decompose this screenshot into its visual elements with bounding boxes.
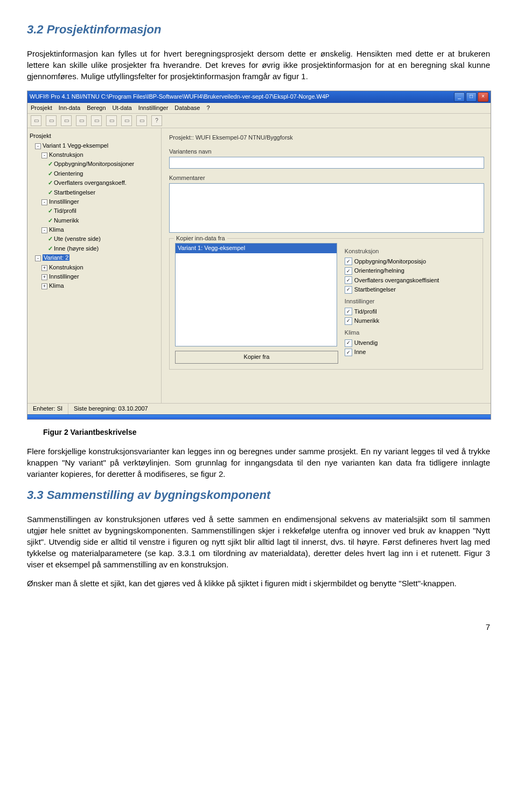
opt-overflater: Overflaters overgangskoeffisient [354,276,439,284]
toolbar-btn-5[interactable]: ▭ [91,115,102,126]
opt-utvendig: Utvendig [354,339,378,347]
toolbar: ▭ ▭ ▭ ▭ ▭ ▭ ▭ ▭ ? [27,114,491,128]
tree-orientering[interactable]: ✓Orientering [30,169,159,178]
section-3-3-paragraph-2: Ønsker man å slette et sjikt, kan det gj… [27,578,490,589]
form-panel: Prosjekt:: WUFI Eksempel-07 NTNU/Byggfor… [162,128,491,403]
cat-konstruksjon-label: Konstruksjon [345,247,477,255]
opt-startbetingelser: Startbetingelser [354,286,396,294]
tree-klima-1[interactable]: -Klima [30,225,159,234]
opt-numerikk: Numerikk [354,317,379,325]
tree-overflater[interactable]: ✓Overflaters overgangskoeff. [30,178,159,188]
status-bar: Enheter: SI Siste beregning: 03.10.2007 [27,403,491,414]
toolbar-btn-8[interactable]: ▭ [136,115,147,126]
tree-ute[interactable]: ✓Ute (venstre side) [30,234,159,244]
toolbar-btn-9[interactable]: ? [151,115,162,126]
project-tree[interactable]: Prosjekt -Variant 1 Vegg-eksempel -Konst… [27,128,162,403]
tree-tid-profil[interactable]: ✓Tid/profil [30,206,159,216]
variant-name-input[interactable] [169,157,484,169]
wufi-app-window: WUFI® Pro 4.1 NBI/NTNU C:\Program Files\… [27,91,491,420]
project-label: Prosjekt:: WUFI Eksempel-07 NTNU/Byggfor… [169,134,483,142]
variant-name-label: Variantens navn [169,148,483,156]
tree-startbetingelser[interactable]: ✓Startbetingelser [30,188,159,197]
chk-utvendig[interactable]: ✓ [345,339,352,347]
kopier-legend: Kopier inn-data fra [174,234,227,242]
opt-tid-profil: Tid/profil [354,308,377,316]
window-titlebar: WUFI® Pro 4.1 NBI/NTNU C:\Program Files\… [27,91,491,103]
menu-database[interactable]: Database [174,104,200,112]
chk-startbetingelser[interactable]: ✓ [345,286,352,294]
toolbar-btn-2[interactable]: ▭ [46,115,57,126]
cat-innstillinger-label: Innstillinger [345,297,477,306]
windows-taskbar [27,414,491,419]
variant-listbox[interactable]: Variant 1: Vegg-eksempel [175,243,337,346]
toolbar-btn-6[interactable]: ▭ [106,115,117,126]
tree-oppbygning[interactable]: ✓Oppbygning/Monitorposisjoner [30,159,159,169]
tree-konstruksjon-1[interactable]: -Konstruksjon [30,150,159,159]
tree-variant-1[interactable]: -Variant 1 Vegg-eksempel [30,141,159,150]
tree-innstillinger-1[interactable]: -Innstillinger [30,197,159,206]
menu-help[interactable]: ? [206,104,209,112]
toolbar-btn-1[interactable]: ▭ [31,115,41,126]
variant-list-item[interactable]: Variant 1: Vegg-eksempel [176,244,337,253]
kommentarer-label: Kommentarer [169,174,483,182]
status-siste-beregning: Siste beregning: 03.10.2007 [68,404,491,414]
figure-2-caption: Figur 2 Variantbeskrivelse [43,427,490,438]
menu-ut-data[interactable]: Ut-data [113,104,132,112]
minimize-button[interactable]: _ [454,92,465,102]
tree-innstillinger-2[interactable]: +Innstillinger [30,272,159,281]
maximize-button[interactable]: □ [466,92,477,102]
opt-inne: Inne [354,348,366,356]
menu-beregn[interactable]: Beregn [87,104,106,112]
paragraph-after-figure: Flere forskjellige konstruksjonsvariante… [27,446,490,480]
toolbar-btn-4[interactable]: ▭ [76,115,87,126]
close-button[interactable]: × [478,92,488,102]
menu-prosjekt[interactable]: Prosjekt [31,104,52,112]
tree-inne[interactable]: ✓Inne (høyre side) [30,244,159,253]
kopier-groupbox: Kopier inn-data fra Variant 1: Vegg-ekse… [169,238,483,370]
tree-klima-2[interactable]: +Klima [30,281,159,290]
kopier-fra-button[interactable]: Kopier fra [175,351,338,364]
menu-inn-data[interactable]: Inn-data [59,104,80,112]
opt-orientering: Orientering/helning [354,267,404,275]
section-3-3-heading: 3.3 Sammenstilling av bygningskomponent [27,487,490,504]
tree-variant-2[interactable]: -Variant: 2 [30,253,159,262]
chk-tid-profil[interactable]: ✓ [345,308,352,315]
window-title-text: WUFI® Pro 4.1 NBI/NTNU C:\Program Files\… [30,93,454,101]
chk-numerikk[interactable]: ✓ [345,317,352,325]
tree-numerikk[interactable]: ✓Numerikk [30,216,159,225]
chk-oppbygning[interactable]: ✓ [345,258,352,265]
tree-root[interactable]: Prosjekt [30,131,159,141]
menu-innstillinger[interactable]: Innstillinger [138,104,169,112]
section-3-3-paragraph-1: Sammenstillingen av konstruksjonen utfør… [27,513,490,570]
page-number: 7 [27,621,490,633]
status-enheter: Enheter: SI [27,404,68,414]
copy-options-column: Konstruksjon ✓Oppbygning/Monitorposisjo … [343,243,477,364]
tree-konstruksjon-2[interactable]: +Konstruksjon [30,263,159,272]
cat-klima-label: Klima [345,329,477,337]
toolbar-btn-7[interactable]: ▭ [121,115,132,126]
section-3-2-heading: 3.2 Prosjektinformasjon [27,22,490,38]
opt-oppbygning: Oppbygning/Monitorposisjo [354,258,426,266]
toolbar-btn-3[interactable]: ▭ [61,115,72,126]
section-3-2-paragraph: Prosjektinformasjon kan fylles ut for hv… [27,48,490,82]
kommentarer-textarea[interactable] [169,183,484,233]
chk-orientering[interactable]: ✓ [345,267,352,275]
chk-overflater[interactable]: ✓ [345,276,352,284]
menu-bar: Prosjekt Inn-data Beregn Ut-data Innstil… [27,103,491,114]
chk-inne[interactable]: ✓ [345,349,352,356]
